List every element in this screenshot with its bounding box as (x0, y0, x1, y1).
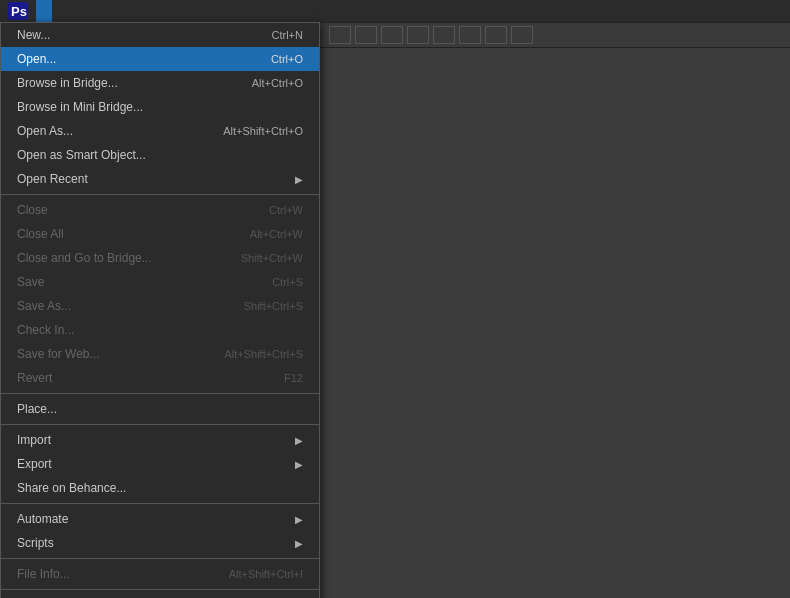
menu-file[interactable] (36, 0, 52, 22)
menu-item-scripts[interactable]: Scripts▶ (1, 531, 319, 555)
toolbar-btn-10[interactable] (329, 26, 351, 44)
menu-item-file-info: File Info...Alt+Shift+Ctrl+I (1, 562, 319, 586)
menu-item-shortcut-close: Ctrl+W (269, 204, 303, 216)
menu-item-share-behance[interactable]: Share on Behance... (1, 476, 319, 500)
menu-item-label-save: Save (17, 275, 44, 289)
menu-item-label-close-all: Close All (17, 227, 64, 241)
menu-item-label-automate: Automate (17, 512, 68, 526)
menu-item-check-in: Check In... (1, 318, 319, 342)
menu-item-open[interactable]: Open...Ctrl+O (1, 47, 319, 71)
menu-item-shortcut-open: Ctrl+O (271, 53, 303, 65)
menu-item-shortcut-save: Ctrl+S (272, 276, 303, 288)
menu-separator (1, 393, 319, 394)
toolbar-btn-17[interactable] (511, 26, 533, 44)
menu-item-shortcut-close-bridge: Shift+Ctrl+W (241, 252, 303, 264)
toolbar-btn-11[interactable] (355, 26, 377, 44)
menu-item-label-browse-bridge: Browse in Bridge... (17, 76, 118, 90)
menu-item-open-smart[interactable]: Open as Smart Object... (1, 143, 319, 167)
menu-item-automate[interactable]: Automate▶ (1, 507, 319, 531)
menu-item-print: Print...Ctrl+P (1, 593, 319, 598)
menu-item-shortcut-new: Ctrl+N (272, 29, 303, 41)
menu-separator (1, 194, 319, 195)
menu-item-label-scripts: Scripts (17, 536, 54, 550)
menu-item-shortcut-revert: F12 (284, 372, 303, 384)
menu-separator (1, 589, 319, 590)
menu-item-arrow-automate: ▶ (295, 514, 303, 525)
menu-item-close: CloseCtrl+W (1, 198, 319, 222)
menu-item-label-export: Export (17, 457, 52, 471)
menu-item-label-check-in: Check In... (17, 323, 74, 337)
menu-view[interactable] (148, 0, 164, 22)
menu-item-label-place: Place... (17, 402, 57, 416)
menu-help[interactable] (180, 0, 196, 22)
menu-item-close-all: Close AllAlt+Ctrl+W (1, 222, 319, 246)
menu-item-save: SaveCtrl+S (1, 270, 319, 294)
menu-item-label-save-as: Save As... (17, 299, 71, 313)
menu-edit[interactable] (52, 0, 68, 22)
menu-item-new[interactable]: New...Ctrl+N (1, 23, 319, 47)
menu-item-shortcut-save-web: Alt+Shift+Ctrl+S (224, 348, 303, 360)
menu-item-browse-mini[interactable]: Browse in Mini Bridge... (1, 95, 319, 119)
menu-item-shortcut-browse-bridge: Alt+Ctrl+O (252, 77, 303, 89)
menu-item-arrow-export: ▶ (295, 459, 303, 470)
menu-item-label-open-as: Open As... (17, 124, 73, 138)
menu-layer[interactable] (84, 0, 100, 22)
menu-separator (1, 424, 319, 425)
menu-item-label-close-bridge: Close and Go to Bridge... (17, 251, 152, 265)
toolbar-spacer2 (321, 26, 325, 44)
menu-item-label-new: New... (17, 28, 50, 42)
menu-item-label-file-info: File Info... (17, 567, 70, 581)
menu-image[interactable] (68, 0, 84, 22)
menu-item-export[interactable]: Export▶ (1, 452, 319, 476)
menu-window[interactable] (164, 0, 180, 22)
toolbar-btn-13[interactable] (407, 26, 429, 44)
menu-item-label-open: Open... (17, 52, 56, 66)
menu-separator (1, 558, 319, 559)
menu-item-save-as: Save As...Shift+Ctrl+S (1, 294, 319, 318)
menu-item-label-open-recent: Open Recent (17, 172, 88, 186)
menu-item-open-recent[interactable]: Open Recent▶ (1, 167, 319, 191)
menu-bar: Ps New...Ctrl+NOpen...Ctrl+OBrowse in Br… (0, 0, 790, 22)
menu-item-label-browse-mini: Browse in Mini Bridge... (17, 100, 143, 114)
menu-item-arrow-open-recent: ▶ (295, 174, 303, 185)
menu-item-shortcut-save-as: Shift+Ctrl+S (244, 300, 303, 312)
menu-item-open-as[interactable]: Open As...Alt+Shift+Ctrl+O (1, 119, 319, 143)
menu-select[interactable] (116, 0, 132, 22)
file-dropdown-menu: New...Ctrl+NOpen...Ctrl+OBrowse in Bridg… (0, 22, 320, 598)
menu-filter[interactable] (132, 0, 148, 22)
menu-item-shortcut-file-info: Alt+Shift+Ctrl+I (229, 568, 303, 580)
menu-item-shortcut-open-as: Alt+Shift+Ctrl+O (223, 125, 303, 137)
menu-item-label-share-behance: Share on Behance... (17, 481, 126, 495)
menu-item-label-open-smart: Open as Smart Object... (17, 148, 146, 162)
toolbar-btn-12[interactable] (381, 26, 403, 44)
menu-item-shortcut-close-all: Alt+Ctrl+W (250, 228, 303, 240)
menu-item-label-close: Close (17, 203, 48, 217)
toolbar-btn-15[interactable] (459, 26, 481, 44)
menu-item-label-import: Import (17, 433, 51, 447)
menu-item-revert: RevertF12 (1, 366, 319, 390)
menu-item-arrow-import: ▶ (295, 435, 303, 446)
toolbar-btn-16[interactable] (485, 26, 507, 44)
menu-type[interactable] (100, 0, 116, 22)
toolbar-btn-14[interactable] (433, 26, 455, 44)
menu-item-browse-bridge[interactable]: Browse in Bridge...Alt+Ctrl+O (1, 71, 319, 95)
menu-item-arrow-scripts: ▶ (295, 538, 303, 549)
menu-item-close-bridge: Close and Go to Bridge...Shift+Ctrl+W (1, 246, 319, 270)
menu-item-label-save-web: Save for Web... (17, 347, 99, 361)
svg-text:Ps: Ps (11, 4, 27, 19)
menu-item-label-revert: Revert (17, 371, 52, 385)
menu-item-place[interactable]: Place... (1, 397, 319, 421)
ps-logo: Ps (4, 0, 32, 22)
menu-item-import[interactable]: Import▶ (1, 428, 319, 452)
menu-item-save-web: Save for Web...Alt+Shift+Ctrl+S (1, 342, 319, 366)
menu-separator (1, 503, 319, 504)
